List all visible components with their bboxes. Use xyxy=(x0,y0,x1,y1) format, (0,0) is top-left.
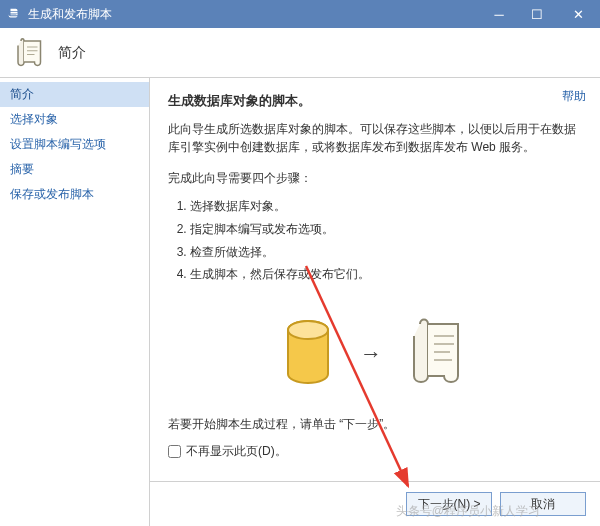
content-heading: 生成数据库对象的脚本。 xyxy=(168,92,582,110)
sidebar: 简介 选择对象 设置脚本编写选项 摘要 保存或发布脚本 xyxy=(0,78,150,526)
sidebar-item-summary[interactable]: 摘要 xyxy=(0,157,149,182)
window-titlebar: 生成和发布脚本 ─ ☐ ✕ xyxy=(0,0,600,28)
sidebar-item-save[interactable]: 保存或发布脚本 xyxy=(0,182,149,207)
content-description: 此向导生成所选数据库对象的脚本。可以保存这些脚本，以便以后用于在数据库引擎实例中… xyxy=(168,120,582,156)
dont-show-checkbox[interactable] xyxy=(168,445,181,458)
dont-show-checkbox-row[interactable]: 不再显示此页(D)。 xyxy=(168,443,582,460)
steps-intro: 完成此向导需要四个步骤： xyxy=(168,170,582,187)
close-button[interactable]: ✕ xyxy=(556,0,600,28)
minimize-button[interactable]: ─ xyxy=(480,0,518,28)
script-icon xyxy=(12,35,48,71)
steps-list: 选择数据库对象。 指定脚本编写或发布选项。 检查所做选择。 生成脚本，然后保存或… xyxy=(168,195,582,286)
help-link[interactable]: 帮助 xyxy=(562,88,586,105)
window-title: 生成和发布脚本 xyxy=(28,6,480,23)
svg-point-1 xyxy=(288,321,328,339)
sidebar-item-options[interactable]: 设置脚本编写选项 xyxy=(0,132,149,157)
maximize-button[interactable]: ☐ xyxy=(518,0,556,28)
page-title: 简介 xyxy=(58,44,86,62)
scroll-icon xyxy=(406,314,470,394)
arrow-icon: → xyxy=(360,341,382,367)
start-instruction: 若要开始脚本生成过程，请单击 “下一步”。 xyxy=(168,416,582,433)
step-1: 选择数据库对象。 xyxy=(190,195,582,218)
dont-show-label: 不再显示此页(D)。 xyxy=(186,443,287,460)
content-area: 帮助 生成数据库对象的脚本。 此向导生成所选数据库对象的脚本。可以保存这些脚本，… xyxy=(150,78,600,526)
sidebar-item-select[interactable]: 选择对象 xyxy=(0,107,149,132)
window-controls: ─ ☐ ✕ xyxy=(480,0,600,28)
step-4: 生成脚本，然后保存或发布它们。 xyxy=(190,263,582,286)
watermark-text: 头条号@程序员小新人学习 xyxy=(396,503,540,520)
sidebar-item-intro[interactable]: 简介 xyxy=(0,82,149,107)
step-2: 指定脚本编写或发布选项。 xyxy=(190,218,582,241)
database-icon xyxy=(280,318,336,390)
illustration: → xyxy=(168,314,582,394)
footer-divider xyxy=(150,481,600,482)
app-icon xyxy=(6,6,22,22)
wizard-header: 简介 xyxy=(0,28,600,78)
step-3: 检查所做选择。 xyxy=(190,241,582,264)
